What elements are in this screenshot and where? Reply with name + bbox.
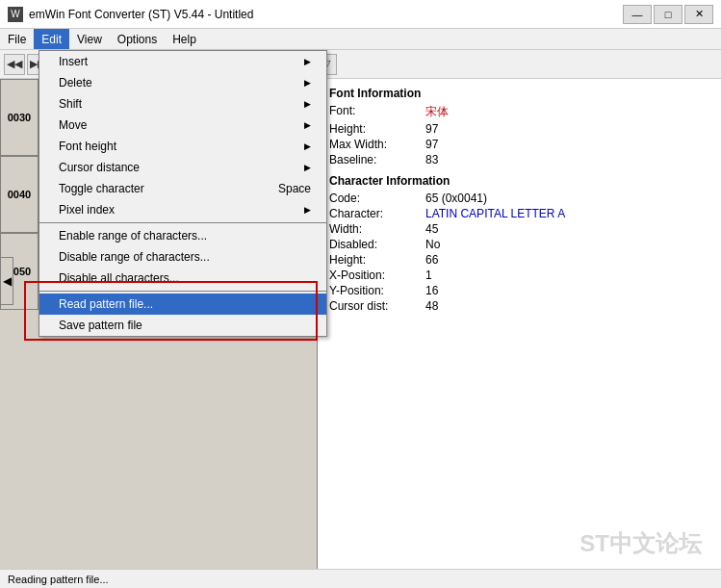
font-info-title: Font Information <box>329 87 709 100</box>
cursordist-value: 48 <box>425 299 438 313</box>
watermark: ST中文论坛 <box>579 528 702 559</box>
menu-edit-disable-range[interactable]: Disable range of characters... <box>39 246 326 268</box>
char-info-code: Code: 65 (0x0041) <box>329 192 709 205</box>
menu-edit-shift[interactable]: Shift <box>39 93 326 115</box>
baseline-value: 83 <box>425 153 438 166</box>
code-label: Code: <box>329 192 425 205</box>
menu-edit-move[interactable]: Move <box>39 115 326 136</box>
edit-dropdown-menu: Insert Delete Shift Move Font height Cur… <box>39 50 327 337</box>
row-label-0030: 0030 <box>0 79 39 156</box>
menu-help[interactable]: Help <box>165 29 204 49</box>
maximize-button[interactable]: □ <box>654 5 682 24</box>
menu-view[interactable]: View <box>69 29 110 49</box>
separator-1 <box>39 222 326 223</box>
menu-edit-read-pattern[interactable]: Read pattern file... <box>39 294 326 315</box>
menu-edit-delete[interactable]: Delete <box>39 72 326 93</box>
font-info-baseline: Baseline: 83 <box>329 153 709 166</box>
separator-2 <box>39 291 326 292</box>
menu-edit-disable-all[interactable]: Disable all characters... <box>39 268 326 289</box>
window-title: emWin Font Converter (ST) V5.44 - Untitl… <box>29 8 623 21</box>
ypos-value: 16 <box>425 284 438 297</box>
char-info-ypos: Y-Position: 16 <box>329 284 709 297</box>
toggle-char-label: Toggle character <box>59 182 144 195</box>
height-label: Height: <box>329 122 425 136</box>
font-label: Font: <box>329 104 425 120</box>
width-value: 45 <box>425 222 438 236</box>
ypos-label: Y-Position: <box>329 284 425 297</box>
toggle-char-shortcut: Space <box>278 182 311 195</box>
scroll-left-arrow[interactable]: ◀ <box>0 257 13 305</box>
menu-bar: File Edit View Options Help <box>0 29 721 50</box>
charheight-value: 66 <box>425 253 438 267</box>
font-value: 宋体 <box>425 104 449 120</box>
menu-edit[interactable]: Edit <box>34 29 69 49</box>
right-panel: Font Information Font: 宋体 Height: 97 Max… <box>318 79 721 569</box>
width-label: Width: <box>329 222 425 236</box>
menu-file[interactable]: File <box>0 29 34 49</box>
char-info-cursordist: Cursor dist: 48 <box>329 299 709 313</box>
tb-first-button[interactable]: ◀◀ <box>4 54 25 75</box>
maxwidth-label: Max Width: <box>329 138 425 151</box>
character-value: LATIN CAPITAL LETTER A <box>425 207 565 220</box>
menu-edit-insert[interactable]: Insert <box>39 51 326 72</box>
height-value: 97 <box>425 122 438 136</box>
char-info-title: Character Information <box>329 174 709 188</box>
minimize-button[interactable]: — <box>623 5 652 24</box>
menu-edit-cursor-distance[interactable]: Cursor distance <box>39 157 326 178</box>
status-text: Reading pattern file... <box>8 574 109 585</box>
disabled-label: Disabled: <box>329 238 425 251</box>
char-info-xpos: X-Position: 1 <box>329 268 709 282</box>
menu-edit-pixel-index[interactable]: Pixel index <box>39 199 326 220</box>
font-info-font: Font: 宋体 <box>329 104 709 120</box>
font-info-maxwidth: Max Width: 97 <box>329 138 709 151</box>
char-info-disabled: Disabled: No <box>329 238 709 251</box>
xpos-label: X-Position: <box>329 268 425 282</box>
menu-edit-enable-range[interactable]: Enable range of characters... <box>39 225 326 246</box>
menu-edit-font-height[interactable]: Font height <box>39 136 326 157</box>
charheight-label: Height: <box>329 253 425 267</box>
code-value: 65 (0x0041) <box>425 192 487 205</box>
close-button[interactable]: ✕ <box>684 5 713 24</box>
cursordist-label: Cursor dist: <box>329 299 425 313</box>
title-bar: W emWin Font Converter (ST) V5.44 - Unti… <box>0 0 721 29</box>
disabled-value: No <box>425 238 440 251</box>
app-icon: W <box>8 7 23 22</box>
xpos-value: 1 <box>425 268 432 282</box>
char-info-char: Character: LATIN CAPITAL LETTER A <box>329 207 709 220</box>
character-label: Character: <box>329 207 425 220</box>
status-bar: Reading pattern file... <box>0 569 721 588</box>
menu-edit-toggle-character[interactable]: Toggle character Space <box>39 178 326 199</box>
menu-options[interactable]: Options <box>110 29 165 49</box>
row-label-0040: 0040 <box>0 156 39 233</box>
menu-edit-save-pattern[interactable]: Save pattern file <box>39 315 326 336</box>
char-info-charheight: Height: 66 <box>329 253 709 267</box>
window-controls: — □ ✕ <box>623 5 713 24</box>
font-info-height: Height: 97 <box>329 122 709 136</box>
char-info-width: Width: 45 <box>329 222 709 236</box>
baseline-label: Baseline: <box>329 153 425 166</box>
maxwidth-value: 97 <box>425 138 438 151</box>
